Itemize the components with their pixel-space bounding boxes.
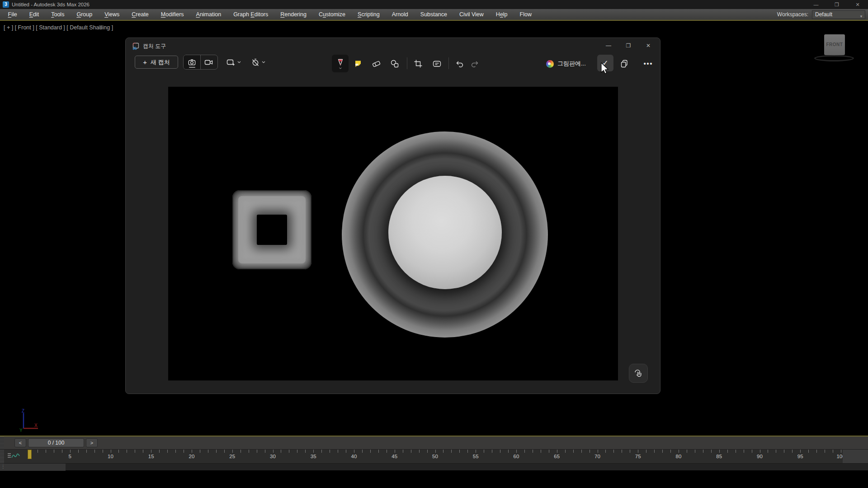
- menu-item-graph-editors[interactable]: Graph Editors: [227, 9, 274, 20]
- dock-handle[interactable]: [0, 450, 4, 463]
- selected-indicator: [189, 67, 195, 68]
- chevron-down-icon: [262, 61, 265, 63]
- app-maximize-button[interactable]: ❐: [826, 0, 847, 9]
- viewport-label[interactable]: [ + ] [ Front ] [ Standard ] [ Default S…: [4, 24, 113, 31]
- dock-handle[interactable]: [0, 436, 4, 449]
- status-left-panel: [0, 464, 66, 471]
- toolbar-divider: [407, 57, 407, 69]
- menu-item-scripting[interactable]: Scripting: [352, 9, 386, 20]
- snipping-tool-window: 캡처 도구 — ❐ ✕ + 새 캡처: [125, 38, 660, 394]
- time-control-row: < 0 / 100 >: [0, 436, 868, 449]
- ruler-label-40: 40: [351, 454, 357, 459]
- snip-minimize-button[interactable]: —: [599, 38, 618, 53]
- highlighter-button[interactable]: [350, 56, 366, 71]
- workspaces: Workspaces: Default ▼: [777, 9, 865, 20]
- chevron-down-icon: ▼: [859, 13, 863, 20]
- edit-in-paint-button[interactable]: 그림판에...: [546, 56, 586, 71]
- video-camera-icon: [204, 59, 213, 66]
- ruler-label-65: 65: [554, 454, 560, 459]
- app-minimize-button[interactable]: —: [806, 0, 826, 9]
- snip-maximize-button[interactable]: ❐: [618, 38, 638, 53]
- viewcube-ring[interactable]: [814, 55, 854, 61]
- edit-in-paint-label: 그림판에...: [557, 60, 586, 68]
- menu-item-customize[interactable]: Customize: [312, 9, 351, 20]
- app-close-button[interactable]: ✕: [847, 0, 868, 9]
- current-frame-marker[interactable]: [28, 450, 32, 459]
- capture-mode-segmented-control: [183, 55, 218, 70]
- redo-button[interactable]: [468, 56, 482, 71]
- text-actions-button[interactable]: [429, 56, 444, 71]
- menu-item-modifiers[interactable]: Modifiers: [155, 9, 190, 20]
- menu-item-arnold[interactable]: Arnold: [386, 9, 414, 20]
- axis-z-label: Z: [22, 408, 24, 413]
- viewcube[interactable]: FRONT: [812, 33, 857, 62]
- copy-button[interactable]: [617, 56, 632, 71]
- ruler-label-80: 80: [676, 454, 682, 459]
- menubar: FileEditToolsGroupViewsCreateModifiersAn…: [0, 9, 868, 20]
- ruler-label-30: 30: [270, 454, 276, 459]
- new-capture-button[interactable]: + 새 캡처: [135, 56, 178, 69]
- ballpoint-pen-button[interactable]: [332, 55, 349, 72]
- eraser-button[interactable]: [368, 56, 384, 71]
- snip-close-button[interactable]: ✕: [638, 38, 658, 53]
- frame-indicator[interactable]: 0 / 100: [28, 438, 84, 447]
- ruler-label-45: 45: [392, 454, 397, 459]
- menu-item-rendering[interactable]: Rendering: [274, 9, 313, 20]
- viewcube-front-face[interactable]: FRONT: [824, 34, 845, 55]
- captured-image: [168, 87, 618, 380]
- menu-item-group[interactable]: Group: [71, 9, 99, 20]
- snip-window-title: 캡처 도구: [143, 38, 166, 54]
- ruler-label-75: 75: [635, 454, 641, 459]
- shapes-button[interactable]: [387, 56, 402, 71]
- crop-button[interactable]: [410, 56, 426, 71]
- touch-hand-icon: [633, 368, 643, 378]
- ruler-label-85: 85: [716, 454, 722, 459]
- menu-item-help[interactable]: Help: [490, 9, 514, 20]
- redo-icon: [471, 60, 480, 68]
- ruler-label-25: 25: [229, 454, 235, 459]
- menu-item-flow[interactable]: Flow: [514, 9, 538, 20]
- menu-item-file[interactable]: File: [2, 9, 23, 20]
- menu-item-animation[interactable]: Animation: [190, 9, 227, 20]
- snip-window-controls: — ❐ ✕: [599, 38, 658, 53]
- previous-frame-button[interactable]: <: [14, 438, 26, 447]
- mini-curve-editor-button[interactable]: [6, 451, 23, 462]
- ruler-label-10: 10: [108, 454, 113, 459]
- ruler-label-90: 90: [757, 454, 763, 459]
- menu-item-civil-view[interactable]: Civil View: [453, 9, 490, 20]
- workspaces-dropdown[interactable]: Default ▼: [812, 10, 865, 19]
- menu-item-edit[interactable]: Edit: [23, 9, 45, 20]
- undo-button[interactable]: [452, 56, 467, 71]
- rectangle-mode-dropdown[interactable]: [223, 56, 244, 68]
- ruler-label-70: 70: [594, 454, 600, 459]
- ruler-label-55: 55: [473, 454, 479, 459]
- ruler-label-95: 95: [797, 454, 803, 459]
- menu-item-create[interactable]: Create: [126, 9, 155, 20]
- new-capture-label: 새 캡처: [151, 58, 170, 66]
- track-bar[interactable]: 0510152025303540455055606570758085909510…: [0, 449, 868, 463]
- viewport-filter-icon[interactable]: ▼: [98, 23, 104, 30]
- app-title: Untitled - Autodesk 3ds Max 2026: [12, 0, 90, 9]
- toolbar-divider: [448, 57, 449, 69]
- snip-titlebar[interactable]: 캡처 도구 — ❐ ✕: [126, 38, 660, 54]
- timer-dropdown[interactable]: [248, 56, 269, 68]
- menu-item-views[interactable]: Views: [99, 9, 126, 20]
- 3ds-max-logo-icon: 3: [3, 1, 9, 8]
- touch-writing-button[interactable]: [629, 364, 648, 383]
- more-options-button[interactable]: •••: [641, 56, 656, 71]
- menu-item-substance[interactable]: Substance: [414, 9, 453, 20]
- chevron-down-icon: [339, 67, 342, 69]
- photo-capture-button[interactable]: [184, 55, 201, 69]
- next-frame-button[interactable]: >: [86, 438, 98, 447]
- app-titlebar: 3 Untitled - Autodesk 3ds Max 2026 — ❐ ✕: [0, 0, 868, 9]
- copy-icon: [620, 59, 629, 68]
- snipping-tool-icon: [132, 42, 140, 50]
- menu-item-tools[interactable]: Tools: [45, 9, 71, 20]
- ruler-label-35: 35: [311, 454, 316, 459]
- axis-x-label: X: [34, 423, 38, 428]
- ruler-label-50: 50: [432, 454, 438, 459]
- status-row: [0, 463, 868, 470]
- workspaces-label: Workspaces:: [777, 11, 808, 18]
- video-capture-button[interactable]: [201, 55, 218, 69]
- mouse-cursor: [600, 62, 609, 75]
